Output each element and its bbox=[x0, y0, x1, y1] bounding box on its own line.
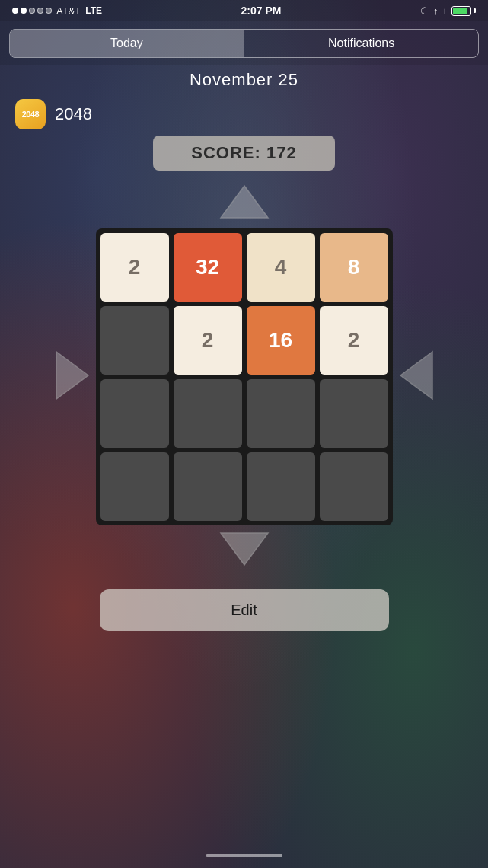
board-area: 2 32 4 8 2 16 2 bbox=[96, 183, 393, 571]
svg-marker-1 bbox=[56, 352, 88, 399]
carrier-text: AT&T bbox=[56, 5, 81, 17]
cell-0-3: 8 bbox=[320, 233, 388, 302]
cell-3-3 bbox=[320, 452, 388, 521]
tabs-container: Today Notifications bbox=[9, 29, 479, 58]
cell-1-0 bbox=[100, 306, 169, 375]
score-box: SCORE: 172 bbox=[153, 136, 334, 171]
dot-4 bbox=[37, 8, 43, 14]
cell-1-2: 16 bbox=[247, 306, 315, 375]
status-bar: AT&T LTE 2:07 PM ☾ ↑ + bbox=[0, 0, 488, 21]
cell-2-1 bbox=[174, 379, 242, 448]
edit-button[interactable]: Edit bbox=[100, 589, 389, 631]
cell-2-0 bbox=[100, 379, 169, 448]
battery-fill bbox=[453, 8, 467, 14]
dot-1 bbox=[12, 8, 18, 14]
cell-2-3 bbox=[320, 379, 388, 448]
battery-tip bbox=[474, 8, 476, 13]
status-right: ☾ ↑ + bbox=[420, 5, 476, 17]
cell-0-0: 2 bbox=[100, 233, 169, 302]
status-left: AT&T LTE bbox=[12, 5, 102, 17]
svg-marker-0 bbox=[221, 186, 268, 218]
cell-3-1 bbox=[174, 452, 242, 521]
tab-notifications[interactable]: Notifications bbox=[244, 30, 478, 57]
home-indicator bbox=[206, 854, 282, 857]
app-section: 2048 2048 bbox=[0, 93, 488, 136]
dot-3 bbox=[29, 8, 35, 14]
arrow-left-container[interactable] bbox=[53, 349, 91, 405]
score-text: SCORE: 172 bbox=[191, 143, 296, 162]
battery-body bbox=[451, 6, 471, 16]
arrow-left-icon bbox=[53, 349, 91, 402]
cell-1-1: 2 bbox=[174, 306, 242, 375]
time-display: 2:07 PM bbox=[241, 5, 282, 17]
arrow-down-container[interactable] bbox=[218, 530, 271, 571]
app-icon: 2048 bbox=[15, 99, 46, 129]
app-name: 2048 bbox=[55, 104, 92, 124]
arrow-down-icon bbox=[218, 530, 271, 568]
tabs-bar: Today Notifications bbox=[0, 21, 488, 65]
dot-5 bbox=[46, 8, 52, 14]
bluetooth-icon: + bbox=[442, 5, 448, 17]
cell-3-2 bbox=[247, 452, 315, 521]
game-board: 2 32 4 8 2 16 2 bbox=[96, 228, 393, 525]
cell-3-0 bbox=[100, 452, 169, 521]
svg-marker-3 bbox=[221, 533, 268, 565]
arrow-right-container[interactable] bbox=[397, 349, 435, 405]
arrow-up-container[interactable] bbox=[218, 183, 271, 224]
signal-dots bbox=[12, 8, 52, 14]
cell-0-2: 4 bbox=[247, 233, 315, 302]
moon-icon: ☾ bbox=[420, 5, 429, 17]
tab-today[interactable]: Today bbox=[10, 30, 244, 57]
svg-marker-2 bbox=[400, 352, 432, 399]
cell-1-3: 2 bbox=[320, 306, 388, 375]
game-widget: SCORE: 172 2 32 4 8 bbox=[0, 136, 488, 571]
date-header: November 25 bbox=[0, 65, 488, 93]
dot-2 bbox=[21, 8, 27, 14]
arrow-right-icon bbox=[397, 349, 435, 402]
cell-0-1: 32 bbox=[174, 233, 242, 302]
arrow-up-icon bbox=[218, 183, 271, 221]
battery-indicator bbox=[451, 6, 476, 16]
location-icon: ↑ bbox=[433, 5, 439, 17]
network-type: LTE bbox=[85, 5, 102, 16]
cell-2-2 bbox=[247, 379, 315, 448]
